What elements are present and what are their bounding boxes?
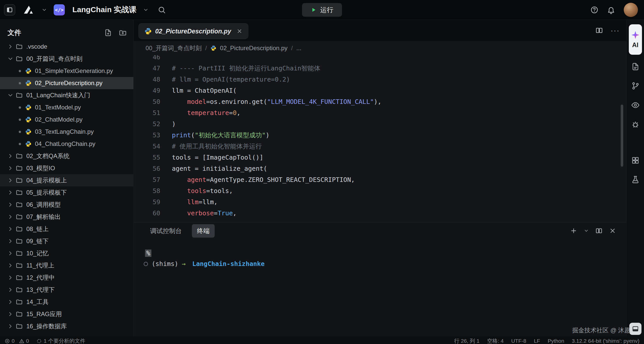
- code-line[interactable]: 46: [134, 55, 626, 63]
- new-terminal-button[interactable]: [570, 227, 577, 234]
- editor-scrollbar[interactable]: [621, 105, 623, 167]
- tree-folder[interactable]: 04_提示模板上: [0, 174, 133, 186]
- split-editor-icon[interactable]: [595, 27, 603, 34]
- run-button[interactable]: 运行: [302, 3, 342, 17]
- extensions-icon[interactable]: [631, 156, 640, 165]
- tree-folder[interactable]: 03_模型IO: [0, 162, 133, 174]
- code-token: tools: [187, 187, 206, 195]
- panel-toggle-button[interactable]: [629, 323, 641, 335]
- tree-folder[interactable]: 10_记忆: [0, 247, 133, 259]
- terminal-prompt: (shims) → LangChain-shizhanke: [145, 259, 626, 269]
- status-item[interactable]: 3.12.2 64-bit ('shims': pyenv): [572, 338, 639, 344]
- tree-folder[interactable]: 15_RAG应用: [0, 308, 133, 320]
- app-logo-icon[interactable]: [22, 4, 35, 15]
- code-token: model: [187, 98, 206, 105]
- code-line[interactable]: 48# llm = OpenAI(temperature=0.2): [134, 74, 626, 85]
- status-item[interactable]: 行 26, 列 1: [454, 337, 479, 344]
- tree-file[interactable]: 02_PictureDescription.py: [0, 77, 133, 89]
- tests-icon[interactable]: [631, 175, 640, 184]
- editor-tab[interactable]: 02_PictureDescription.py: [138, 23, 248, 39]
- tree-file[interactable]: 03_TextLangChain.py: [0, 126, 133, 138]
- tree-folder[interactable]: 08_链上: [0, 223, 133, 235]
- tree-folder[interactable]: 02_文档QA系统: [0, 150, 133, 162]
- source-control-icon[interactable]: [631, 82, 640, 90]
- breadcrumb-folder[interactable]: 00_开篇词_奇点时刻: [146, 44, 202, 52]
- debug-icon[interactable]: [631, 120, 640, 129]
- code-line[interactable]: 51 temperature=0,: [134, 107, 626, 119]
- workspace-chevron-icon[interactable]: [143, 7, 149, 13]
- status-item[interactable]: 空格: 4: [487, 337, 504, 344]
- search-icon[interactable]: [158, 6, 166, 14]
- app-menu-chevron-icon[interactable]: [42, 7, 47, 13]
- more-actions-icon[interactable]: ···: [611, 28, 620, 33]
- tree-folder[interactable]: 09_链下: [0, 235, 133, 247]
- folder-icon: [16, 165, 23, 172]
- tree-folder[interactable]: 16_操作数据库: [0, 320, 133, 332]
- new-folder-button[interactable]: [119, 29, 127, 37]
- file-dot-icon: [19, 82, 21, 84]
- panel-tab-terminal[interactable]: 终端: [192, 224, 215, 238]
- preview-icon[interactable]: [631, 62, 640, 71]
- code-token: # llm = OpenAI(temperature=0.2): [172, 76, 290, 83]
- breadcrumb-more[interactable]: ...: [296, 45, 301, 52]
- status-item[interactable]: Python: [548, 338, 564, 344]
- tree-folder[interactable]: 06_调用模型: [0, 199, 133, 211]
- close-tab-icon[interactable]: [236, 28, 243, 34]
- code-line[interactable]: 58 tools=tools,: [134, 185, 626, 197]
- tree-folder[interactable]: 13_代理下: [0, 284, 133, 296]
- notifications-icon[interactable]: [607, 6, 615, 14]
- status-item[interactable]: LF: [534, 338, 540, 344]
- terminal-dropdown-icon[interactable]: [584, 228, 589, 233]
- status-item[interactable]: UTF-8: [511, 338, 526, 344]
- tree-folder[interactable]: 11_代理上: [0, 259, 133, 272]
- code-line[interactable]: 60 verbose=True,: [134, 208, 626, 219]
- code-line[interactable]: 47# ---- PartIII 初始化并运行LangChain智能体: [134, 63, 626, 74]
- tree-file[interactable]: 01_SimpleTextGeneration.py: [0, 65, 133, 77]
- sidebar-toggle-button[interactable]: [4, 4, 15, 15]
- line-number: 51: [134, 107, 160, 119]
- chevron-right-icon: [7, 153, 14, 159]
- help-icon[interactable]: [590, 6, 598, 14]
- ide-window: </> LangChain 实战课 运行 文件 .vscode00_开篇词_奇点…: [0, 0, 644, 344]
- tree-folder[interactable]: 07_解析输出: [0, 211, 133, 223]
- code-line[interactable]: 59 llm=llm,: [134, 197, 626, 208]
- tree-folder[interactable]: 00_开篇词_奇点时刻: [0, 53, 133, 65]
- code-token: 0: [233, 109, 237, 117]
- tree-folder[interactable]: 12_代理中: [0, 272, 133, 284]
- analyzing-indicator[interactable]: 1 个要分析的文件: [36, 337, 85, 344]
- panel-tab-debug-console[interactable]: 调试控制台: [145, 224, 187, 238]
- code-line[interactable]: 57 agent=AgentType.ZERO_SHOT_REACT_DESCR…: [134, 174, 626, 185]
- tree-item-label: 12_代理中: [26, 274, 55, 282]
- tree-folder[interactable]: 05_提示模板下: [0, 186, 133, 199]
- line-number: 59: [134, 197, 160, 208]
- tree-file[interactable]: 01_TextModel.py: [0, 101, 133, 113]
- activity-bar: AI: [626, 20, 644, 344]
- code-line[interactable]: 55tools = [ImageCapTool()]: [134, 152, 626, 163]
- avatar[interactable]: [624, 3, 638, 17]
- workspace-title[interactable]: LangChain 实战课: [72, 5, 136, 15]
- code-line[interactable]: 54# 使用工具初始化智能体并运行: [134, 141, 626, 152]
- code-line[interactable]: 49llm = ChatOpenAI(: [134, 85, 626, 96]
- tree-folder[interactable]: 01_LangChain快速入门: [0, 89, 133, 101]
- close-panel-button[interactable]: [609, 227, 616, 234]
- tree-folder[interactable]: 14_工具: [0, 296, 133, 308]
- python-icon: [210, 45, 216, 51]
- code-editor[interactable]: 4647# ---- PartIII 初始化并运行LangChain智能体48#…: [134, 55, 626, 222]
- new-file-button[interactable]: [104, 29, 112, 37]
- ai-label: AI: [632, 41, 638, 49]
- line-number: 52: [134, 119, 160, 130]
- breadcrumb-file[interactable]: 02_PictureDescription.py: [220, 45, 288, 52]
- terminal[interactable]: % (shims) → LangChain-shizhanke: [134, 239, 626, 269]
- code-line[interactable]: 52): [134, 119, 626, 130]
- tree-file[interactable]: 02_ChatModel.py: [0, 113, 133, 126]
- tree-file[interactable]: 04_ChatLongChain.py: [0, 138, 133, 150]
- tree-folder[interactable]: .vscode: [0, 41, 133, 53]
- code-line[interactable]: 53print("初始化大语言模型成功"): [134, 130, 626, 141]
- code-line[interactable]: 56agent = initialize_agent(: [134, 163, 626, 174]
- split-terminal-button[interactable]: [595, 227, 602, 234]
- ai-assistant-button[interactable]: AI: [629, 24, 642, 55]
- problems-indicator[interactable]: 0 0: [5, 338, 29, 344]
- tree-item-label: 16_操作数据库: [26, 322, 67, 330]
- eye-icon[interactable]: [631, 101, 640, 109]
- code-line[interactable]: 50 model=os.environ.get("LLM_MODEL_4K_FU…: [134, 96, 626, 107]
